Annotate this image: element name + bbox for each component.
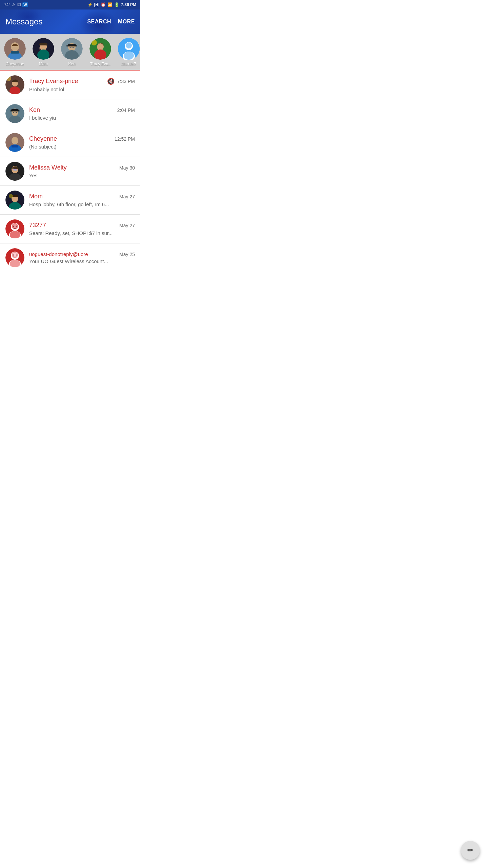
status-left: 74° ⚠ ⚄ W xyxy=(4,2,28,7)
avatar-ken xyxy=(61,38,83,60)
message-name-73277: 73277 xyxy=(29,222,117,229)
battery-icon: 🔋 xyxy=(114,2,119,7)
dice-icon: ⚄ xyxy=(17,2,21,7)
message-time-cheyenne: 12:52 PM xyxy=(115,136,135,142)
favorite-tracy[interactable]: Tracy Eva.. xyxy=(88,38,113,66)
avatar-73277-msg xyxy=(5,219,24,238)
svg-rect-39 xyxy=(13,113,17,113)
message-name-mom: Mom xyxy=(29,193,117,200)
message-preview-73277: Sears: Ready, set, SHOP! $7 in sur... xyxy=(29,230,135,236)
more-button[interactable]: MORE xyxy=(118,19,135,25)
favorite-cheyenne[interactable]: Cheyenne xyxy=(3,38,27,66)
favorite-cturner[interactable]: cturner7 xyxy=(117,38,140,66)
avatar-cheyenne xyxy=(4,38,26,60)
svg-rect-17 xyxy=(69,47,75,48)
svg-point-21 xyxy=(97,43,103,50)
message-content-tracy: Tracy Evans-price 🔇 7:33 PM Probably not… xyxy=(29,78,135,92)
svg-rect-14 xyxy=(66,45,77,46)
svg-rect-4 xyxy=(11,51,19,54)
app-bar: Messages SEARCH MORE xyxy=(0,9,140,34)
message-item-tracy[interactable]: Tracy Evans-price 🔇 7:33 PM Probably not… xyxy=(0,71,140,99)
favorite-cturner-label: cturner7 xyxy=(121,62,136,66)
alarm-icon: ⏰ xyxy=(101,2,106,7)
svg-point-50 xyxy=(15,169,17,171)
message-content-ken: Ken 2:04 PM I believe yiu xyxy=(29,106,135,121)
message-header-tracy: Tracy Evans-price 🔇 7:33 PM xyxy=(29,78,135,85)
message-time-mom: May 27 xyxy=(119,194,135,199)
avatar-mom xyxy=(33,38,54,60)
search-button[interactable]: SEARCH xyxy=(87,19,111,25)
bluetooth-icon: ⚡ xyxy=(87,2,93,7)
svg-rect-36 xyxy=(10,111,20,112)
svg-point-62 xyxy=(16,226,17,227)
avatar-cheyenne-msg xyxy=(5,133,24,152)
svg-point-70 xyxy=(16,255,17,256)
avatar-tracy-msg xyxy=(5,75,24,94)
svg-point-31 xyxy=(6,76,11,81)
message-header-73277: 73277 May 27 xyxy=(29,222,135,229)
svg-point-54 xyxy=(9,194,13,198)
nfc-icon: N xyxy=(94,3,99,7)
svg-point-49 xyxy=(13,169,15,171)
svg-point-27 xyxy=(124,52,134,60)
message-header-cheyenne: Cheyenne 12:52 PM xyxy=(29,135,135,142)
message-name-ken: Ken xyxy=(29,106,115,114)
message-preview-uoguest: Your UO Guest Wireless Account... xyxy=(29,258,135,264)
favorites-row: Cheyenne Mom xyxy=(0,34,140,71)
svg-point-9 xyxy=(39,47,41,50)
status-bar: 74° ⚠ ⚄ W ⚡ N ⏰ 📶 🔋 7:36 PM xyxy=(0,0,140,9)
message-preview-mom: Hosp lobby, 6th floor, go left, rm 6... xyxy=(29,201,135,207)
avatar-cturner xyxy=(118,38,140,60)
message-content-73277: 73277 May 27 Sears: Ready, set, SHOP! $7… xyxy=(29,222,135,236)
status-right: ⚡ N ⏰ 📶 🔋 7:36 PM xyxy=(87,2,136,7)
messages-list: Tracy Evans-price 🔇 7:33 PM Probably not… xyxy=(0,71,140,272)
message-header-melissa: Melissa Welty May 30 xyxy=(29,164,135,171)
message-preview-tracy: Probably not lol xyxy=(29,86,135,92)
temperature: 74° xyxy=(4,2,10,7)
message-preview-melissa: Yes xyxy=(29,173,135,178)
message-time-tracy: 7:33 PM xyxy=(117,79,135,84)
message-item-73277[interactable]: 73277 May 27 Sears: Ready, set, SHOP! $7… xyxy=(0,215,140,243)
avatar-ken-msg xyxy=(5,104,24,123)
message-time-ken: 2:04 PM xyxy=(117,107,135,113)
message-item-mom[interactable]: Mom May 27 Hosp lobby, 6th floor, go lef… xyxy=(0,186,140,215)
message-header-ken: Ken 2:04 PM xyxy=(29,106,135,114)
clock: 7:36 PM xyxy=(121,2,136,7)
mute-icon-tracy: 🔇 xyxy=(107,78,115,85)
svg-point-26 xyxy=(126,42,132,48)
svg-point-61 xyxy=(13,226,14,227)
word-icon: W xyxy=(22,2,28,7)
favorite-mom[interactable]: Mom xyxy=(31,38,56,66)
avatar-tracy xyxy=(89,38,111,60)
message-time-73277: May 27 xyxy=(119,223,135,228)
message-item-melissa[interactable]: Melissa Welty May 30 Yes xyxy=(0,157,140,186)
message-name-tracy: Tracy Evans-price xyxy=(29,78,104,85)
message-content-mom: Mom May 27 Hosp lobby, 6th floor, go lef… xyxy=(29,193,135,207)
signal-icon: 📶 xyxy=(107,2,113,7)
message-header-mom: Mom May 27 xyxy=(29,193,135,200)
message-name-cheyenne: Cheyenne xyxy=(29,135,112,142)
favorite-mom-label: Mom xyxy=(39,62,48,66)
svg-point-43 xyxy=(12,137,18,143)
favorite-cheyenne-label: Cheyenne xyxy=(6,62,24,66)
message-item-ken[interactable]: Ken 2:04 PM I believe yiu xyxy=(0,99,140,128)
avatar-melissa-msg xyxy=(5,162,24,181)
message-name-uoguest: uoguest-donotreply@uore xyxy=(29,251,117,257)
app-title: Messages xyxy=(5,17,42,26)
message-preview-ken: I believe yiu xyxy=(29,115,135,121)
favorite-ken-label: Ken xyxy=(68,62,75,66)
message-preview-cheyenne: (No subject) xyxy=(29,144,135,150)
message-time-melissa: May 30 xyxy=(119,165,135,171)
svg-rect-44 xyxy=(12,145,18,147)
app-bar-actions: SEARCH MORE xyxy=(87,19,135,25)
message-content-cheyenne: Cheyenne 12:52 PM (No subject) xyxy=(29,135,135,150)
favorite-tracy-label: Tracy Eva.. xyxy=(90,62,110,66)
message-item-cheyenne[interactable]: Cheyenne 12:52 PM (No subject) xyxy=(0,128,140,157)
message-item-uoguest[interactable]: uoguest-donotreply@uore May 25 Your UO G… xyxy=(0,243,140,272)
avatar-mom-msg xyxy=(5,191,24,210)
message-content-uoguest: uoguest-donotreply@uore May 25 Your UO G… xyxy=(29,251,135,264)
warning-icon: ⚠ xyxy=(12,2,16,7)
svg-point-22 xyxy=(92,40,97,45)
favorite-ken[interactable]: Ken xyxy=(60,38,84,66)
message-time-uoguest: May 25 xyxy=(119,252,135,257)
